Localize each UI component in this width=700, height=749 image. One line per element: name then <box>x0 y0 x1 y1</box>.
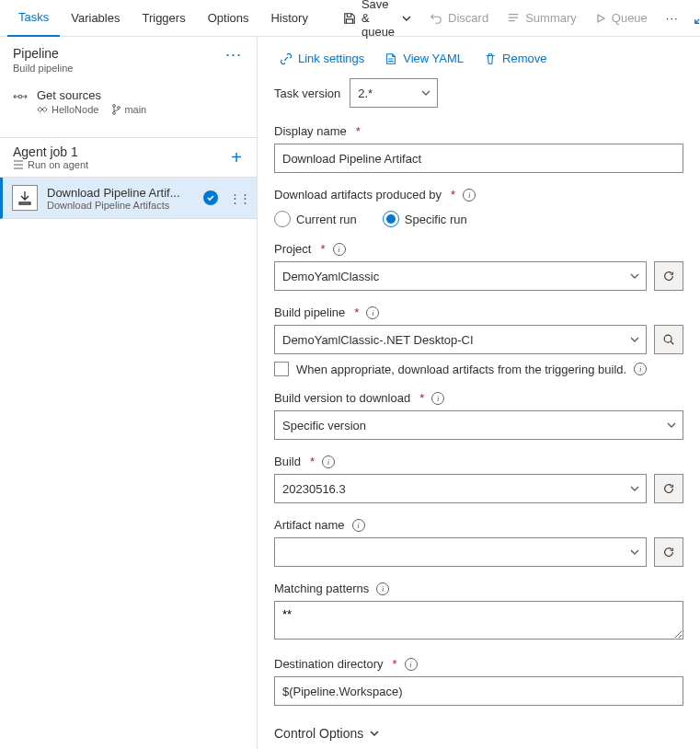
info-icon[interactable]: i <box>634 363 647 375</box>
build-label: Build <box>274 455 301 468</box>
branch-icon <box>111 104 120 115</box>
info-icon[interactable]: i <box>333 243 346 256</box>
task-linkbar: Link settings View YAML Remove <box>274 46 683 78</box>
tab-tasks[interactable]: Tasks <box>7 0 60 37</box>
tabs: Tasks Variables Triggers Options History <box>7 0 319 37</box>
view-yaml-button[interactable]: View YAML <box>384 52 464 65</box>
build-version-select[interactable]: Specific version <box>274 410 683 440</box>
refresh-artifact-button[interactable] <box>654 537 683 567</box>
project-value: DemoYamlClassic <box>282 270 629 283</box>
branch-chip: main <box>111 104 146 115</box>
task-details-panel: Link settings View YAML Remove Task vers… <box>258 37 700 749</box>
pipeline-more-button[interactable]: ··· <box>222 46 246 63</box>
tab-options[interactable]: Options <box>197 0 260 37</box>
build-value: 20230516.3 <box>282 482 629 496</box>
link-settings-button[interactable]: Link settings <box>280 52 364 65</box>
matching-patterns-input[interactable]: ** <box>274 601 683 640</box>
link-icon <box>280 52 293 65</box>
summary-button[interactable]: Summary <box>498 4 586 33</box>
radio-icon <box>274 211 291 227</box>
build-select[interactable]: 20230516.3 <box>274 474 647 503</box>
discard-button[interactable]: Discard <box>420 4 498 33</box>
tab-variables[interactable]: Variables <box>60 0 131 37</box>
build-pipeline-value: DemoYamlClassic-.NET Desktop-CI <box>282 333 629 347</box>
refresh-build-button[interactable] <box>654 474 683 503</box>
project-select[interactable]: DemoYamlClassic <box>274 261 647 291</box>
task-version-value: 2.* <box>358 86 420 100</box>
get-sources-title: Get sources <box>37 88 146 102</box>
radio-specific-run[interactable]: Specific run <box>383 211 467 227</box>
view-yaml-label: View YAML <box>403 52 464 65</box>
tab-history[interactable]: History <box>259 0 318 37</box>
chevron-down-icon <box>629 547 640 558</box>
build-pipeline-select[interactable]: DemoYamlClassic-.NET Desktop-CI <box>274 325 647 354</box>
pipeline-subtitle: Build pipeline <box>13 63 222 74</box>
radio-current-run[interactable]: Current run <box>274 211 357 227</box>
svg-point-0 <box>113 105 116 108</box>
info-icon[interactable]: i <box>322 455 335 468</box>
task-version-select[interactable]: 2.* <box>350 78 438 108</box>
chevron-down-icon <box>629 271 640 282</box>
discard-label: Discard <box>448 11 488 25</box>
left-panel: Pipeline Build pipeline ··· Get sources … <box>0 37 258 749</box>
task-download-pipeline-artifact[interactable]: Download Pipeline Artif... Download Pipe… <box>0 178 257 219</box>
task-subtitle: Download Pipeline Artifacts <box>47 200 194 211</box>
chevron-down-icon <box>629 334 640 345</box>
play-icon <box>595 13 606 24</box>
more-actions-button[interactable]: ··· <box>657 4 688 33</box>
project-label: Project <box>274 242 311 256</box>
queue-button[interactable]: Queue <box>586 4 657 33</box>
save-icon <box>343 12 356 25</box>
display-name-label: Display name <box>274 124 347 138</box>
refresh-project-button[interactable] <box>654 261 683 291</box>
drag-handle-icon[interactable]: ⋮⋮ <box>227 191 251 205</box>
svg-point-3 <box>664 335 671 342</box>
destination-directory-label: Destination directory <box>274 657 384 671</box>
summary-icon <box>507 12 520 25</box>
info-icon[interactable]: i <box>405 658 418 671</box>
pipeline-header[interactable]: Pipeline Build pipeline ··· <box>0 37 257 81</box>
repo-icon <box>37 105 48 114</box>
search-icon <box>662 333 675 346</box>
browse-pipeline-button[interactable] <box>654 325 683 354</box>
display-name-input[interactable] <box>274 144 683 173</box>
destination-directory-input[interactable] <box>274 676 683 706</box>
refresh-icon <box>662 482 675 495</box>
chevron-down-icon <box>369 728 380 739</box>
save-queue-label: Save & queue <box>361 0 395 39</box>
yaml-icon <box>384 52 397 65</box>
chevron-down-icon <box>420 87 431 98</box>
save-and-queue-button[interactable]: Save & queue <box>334 4 420 33</box>
build-pipeline-label: Build pipeline <box>274 305 345 319</box>
expand-button[interactable] <box>688 12 700 25</box>
get-sources-row[interactable]: Get sources HelloNode main <box>0 81 257 124</box>
info-icon[interactable]: i <box>431 392 444 405</box>
info-icon[interactable]: i <box>352 519 365 532</box>
triggering-build-checkbox[interactable] <box>274 362 289 376</box>
task-version-label: Task version <box>274 86 340 100</box>
remove-button[interactable]: Remove <box>484 52 546 65</box>
download-artifact-icon <box>12 185 38 211</box>
info-icon[interactable]: i <box>376 582 389 595</box>
undo-icon <box>430 12 442 25</box>
triggering-build-label: When appropriate, download artifacts fro… <box>296 363 626 376</box>
expand-icon <box>694 12 700 25</box>
tab-triggers[interactable]: Triggers <box>131 0 196 37</box>
artifact-name-label: Artifact name <box>274 518 345 532</box>
info-icon[interactable]: i <box>366 306 379 319</box>
task-status-ok-icon <box>203 190 218 205</box>
artifact-name-select[interactable] <box>274 537 647 567</box>
matching-patterns-label: Matching patterns <box>274 582 369 595</box>
info-icon[interactable]: i <box>463 189 476 202</box>
radio-specific-label: Specific run <box>405 213 467 226</box>
pipeline-title: Pipeline <box>13 46 222 63</box>
build-version-value: Specific version <box>282 419 666 432</box>
radio-current-label: Current run <box>296 213 357 226</box>
add-task-button[interactable]: + <box>225 148 247 167</box>
agent-job-title: Agent job 1 <box>13 144 225 159</box>
get-sources-icon <box>13 88 28 105</box>
agent-job-row[interactable]: Agent job 1 Run on agent + <box>0 137 257 178</box>
summary-label: Summary <box>525 11 577 25</box>
control-options-section[interactable]: Control Options <box>274 720 683 746</box>
agent-job-icon <box>13 160 24 169</box>
